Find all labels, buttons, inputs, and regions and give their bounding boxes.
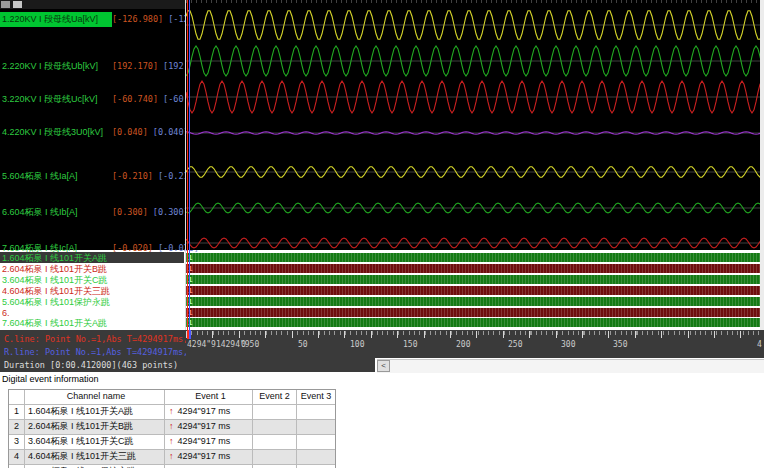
- channel-cursor-values: [0.040][0.040]: [112, 125, 189, 139]
- event3-cell: [297, 435, 335, 449]
- event1-cell: ↑4294"917 ms: [165, 405, 253, 419]
- event-table-row[interactable]: 44.604柘泉 I 线101开关三跳↑4294"917 ms: [9, 450, 335, 465]
- event1-time: 4294"917 ms: [178, 406, 231, 416]
- analog-channel-label[interactable]: 6.604柘泉 I 线Ib[A]: [2, 205, 78, 219]
- digital-trace-bar[interactable]: 1: [186, 264, 760, 273]
- digital-event-section-title: Digital event information: [2, 374, 99, 384]
- digital-channel-label[interactable]: 6.: [2, 308, 186, 318]
- event3-cell: [297, 420, 335, 434]
- event1-time: 4294"917 ms: [178, 421, 231, 431]
- row-number-cell: 1: [9, 405, 25, 419]
- row-number-header: [9, 390, 25, 404]
- c-cursor-value: [0.300]: [112, 205, 148, 219]
- ruler-time-label: 4: [757, 340, 762, 349]
- digital-channel-label[interactable]: 3.604柘泉 I 线101开关C跳: [2, 275, 186, 285]
- rising-edge-arrow-icon: ↑: [169, 436, 174, 446]
- event3-cell: [297, 405, 335, 419]
- ruler-time-label: 4294"914294"950: [187, 340, 259, 349]
- ruler-time-label: 350: [613, 340, 627, 349]
- ruler-time-label: 250: [508, 340, 522, 349]
- channel-name-cell: 4.604柘泉 I 线101开关三跳: [25, 450, 165, 464]
- event2-cell: [253, 405, 297, 419]
- panel-divider: [185, 0, 186, 330]
- event2-cell: [253, 420, 297, 434]
- c-cursor-value: [192.170]: [112, 59, 158, 73]
- event2-cell: [253, 450, 297, 464]
- toolbar-icon[interactable]: [1, 1, 10, 8]
- event1-cell: ↑4294"917 ms: [165, 435, 253, 449]
- c-cursor-value: [-0.210]: [112, 169, 153, 183]
- waveform-viewer-window: 1.220KV I 段母线Ua[kV][-126.980][-126.980]2…: [0, 0, 764, 468]
- analog-channel-label[interactable]: 4.220KV I 段母线3U0[kV]: [2, 125, 103, 139]
- event1-header: Event 1: [165, 390, 253, 404]
- analog-channel-label[interactable]: 2.220KV I 段母线Ub[kV]: [2, 59, 98, 73]
- rising-edge-arrow-icon: ↑: [169, 406, 174, 416]
- event3-cell: [297, 450, 335, 464]
- event1-cell: ↑4294"917 ms: [165, 450, 253, 464]
- ruler-time-label: 200: [456, 340, 470, 349]
- analog-channel-label[interactable]: 5.604柘泉 I 线Ia[A]: [2, 169, 78, 183]
- status-duration: Duration [0:00.412000](463 points): [4, 359, 371, 372]
- channel-cursor-values: [0.300][0.300]: [112, 205, 189, 219]
- r-cursor-value: [0.300]: [153, 205, 189, 219]
- toolbar-icon[interactable]: [13, 1, 22, 8]
- c-cursor-line[interactable]: [187, 0, 188, 330]
- digital-channel-label[interactable]: 5.604柘泉 I 线101保护永跳: [2, 297, 186, 307]
- c-cursor-value: [0.040]: [112, 125, 148, 139]
- ruler-time-label: 300: [561, 340, 575, 349]
- ruler-time-label: 100: [350, 340, 364, 349]
- channel-name-cell: 2.604柘泉 I 线101开关B跳: [25, 420, 165, 434]
- digital-trace-bar[interactable]: 1: [186, 308, 760, 317]
- scroll-left-button[interactable]: <: [377, 360, 390, 372]
- event-table-header: Channel name Event 1 Event 2 Event 3: [9, 390, 335, 405]
- ruler-time-label: 50: [298, 340, 308, 349]
- event-table-row[interactable]: 33.604柘泉 I 线101开关C跳↑4294"917 ms: [9, 435, 335, 450]
- analog-channel-panel: 1.220KV I 段母线Ua[kV][-126.980][-126.980]2…: [0, 0, 186, 250]
- time-ruler[interactable]: 4294"914294"9500501001502002503003504: [186, 330, 764, 358]
- waveform-plot-area[interactable]: [186, 0, 764, 250]
- channel-name-header: Channel name: [25, 390, 165, 404]
- digital-trace-bar[interactable]: 1: [186, 253, 760, 262]
- event-table-row[interactable]: 22.604柘泉 I 线101开关B跳↑4294"917 ms: [9, 420, 335, 435]
- row-number-cell: 3: [9, 435, 25, 449]
- plot-right-edge: [760, 0, 764, 330]
- digital-trace-bar[interactable]: 1: [186, 286, 760, 295]
- ruler-time-label: 0: [241, 340, 246, 349]
- channel-name-cell: 3.604柘泉 I 线101开关C跳: [25, 435, 165, 449]
- ruler-time-label: 150: [403, 340, 417, 349]
- channel-name-cell: 1.604柘泉 I 线101开关A跳: [25, 405, 165, 419]
- row-number-cell: 4: [9, 450, 25, 464]
- horizontal-scrollbar[interactable]: <: [377, 359, 764, 373]
- digital-channel-label[interactable]: 4.604柘泉 I 线101开关三跳: [2, 286, 186, 296]
- c-cursor-value: [-60.740]: [112, 92, 158, 106]
- event3-header: Event 3: [297, 390, 335, 404]
- digital-channel-label[interactable]: 7.604柘泉 I 线101开关A跳: [2, 318, 186, 328]
- c-cursor-value: [-126.980]: [112, 12, 163, 26]
- event-table-row[interactable]: 11.604柘泉 I 线101开关A跳↑4294"917 ms: [9, 405, 335, 420]
- event1-cell: ↑4294"917 ms: [165, 420, 253, 434]
- digital-trace-bar[interactable]: 1: [186, 318, 760, 327]
- digital-channel-label[interactable]: 2.604柘泉 I 线101开关B跳: [2, 264, 186, 274]
- rising-edge-arrow-icon: ↑: [169, 421, 174, 431]
- rising-edge-arrow-icon: ↑: [169, 451, 174, 461]
- event2-header: Event 2: [253, 390, 297, 404]
- event2-cell: [253, 435, 297, 449]
- analog-channel-label[interactable]: 3.220KV I 段母线Uc[kV]: [2, 92, 98, 106]
- ruler-major-ticks: [186, 331, 764, 338]
- waveform-svg: [186, 0, 764, 250]
- r-cursor-value: [0.040]: [153, 125, 189, 139]
- r-cursor-line[interactable]: [189, 0, 190, 330]
- event-table: Channel name Event 1 Event 2 Event 3 11.…: [8, 389, 336, 468]
- event1-time: 4294"917 ms: [178, 436, 231, 446]
- plot-top-ruler: [186, 0, 764, 3]
- mini-toolbar: [0, 0, 186, 9]
- digital-channel-label[interactable]: 1.604柘泉 I 线101开关A跳: [2, 253, 186, 263]
- digital-trace-bar[interactable]: 1: [186, 275, 760, 284]
- digital-trace-bar[interactable]: 1: [186, 297, 760, 306]
- event1-time: 4294"917 ms: [178, 451, 231, 461]
- analog-channel-label[interactable]: 1.220KV I 段母线Ua[kV]: [2, 12, 98, 26]
- r-cursor-handle[interactable]: [189, 330, 191, 339]
- row-number-cell: 2: [9, 420, 25, 434]
